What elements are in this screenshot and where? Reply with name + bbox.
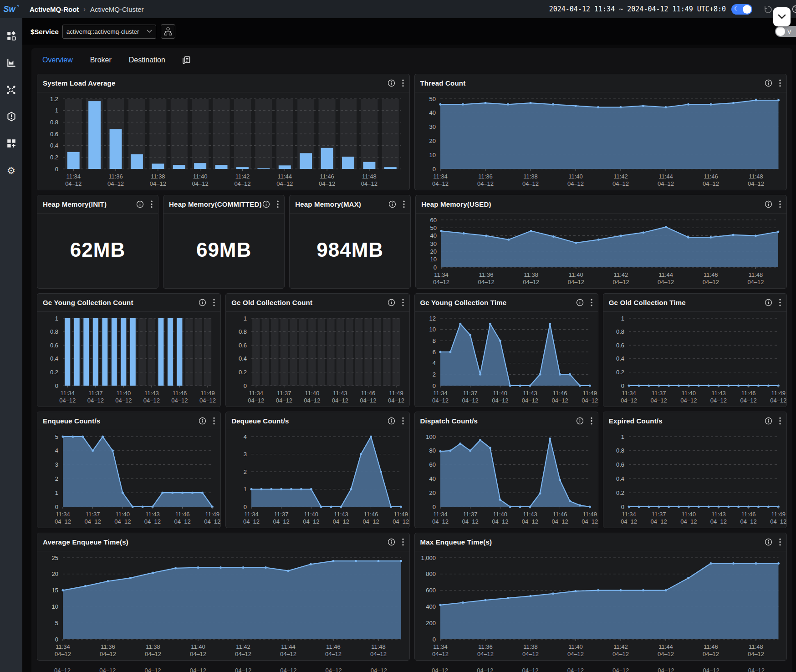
chart-title: Expired Count/s xyxy=(609,417,663,425)
copy-dashboard-icon[interactable] xyxy=(183,56,190,64)
svg-text:11:40: 11:40 xyxy=(304,511,319,518)
collapse-header-button[interactable] xyxy=(773,7,791,26)
dark-mode-toggle[interactable]: ☾ xyxy=(731,4,752,15)
sidebar-item-settings[interactable]: ⚙ xyxy=(5,164,17,176)
tab-broker[interactable]: Broker xyxy=(90,56,112,64)
sidebar-item-new-dashboard[interactable] xyxy=(5,137,17,149)
refresh-icon[interactable] xyxy=(764,5,772,15)
chart-area[interactable]: 02040608010011:3404–1211:3704–1211:4004–… xyxy=(415,430,598,528)
info-icon[interactable] xyxy=(765,79,772,87)
more-menu-icon[interactable] xyxy=(402,417,404,425)
more-menu-icon[interactable] xyxy=(591,299,592,306)
svg-text:04–12: 04–12 xyxy=(521,518,538,525)
sidebar-item-marketplace[interactable] xyxy=(5,57,17,69)
more-menu-icon[interactable] xyxy=(779,299,781,306)
stat-area: 69MB xyxy=(163,214,284,288)
chart-title: Gc Young Collection Count xyxy=(43,299,133,306)
info-icon[interactable] xyxy=(388,200,396,208)
card-gc-young-collection-count: Gc Young Collection Count 00.20.40.60.81… xyxy=(37,293,221,407)
more-menu-icon[interactable] xyxy=(779,79,781,87)
card-header: Gc Young Collection Time xyxy=(415,294,598,312)
chart-area[interactable]: 0102030405011:3404–1211:3604–1211:3804–1… xyxy=(415,92,787,190)
more-menu-icon[interactable] xyxy=(402,299,404,306)
tab-destination[interactable]: Destination xyxy=(129,56,165,64)
svg-text:04–12: 04–12 xyxy=(740,518,756,525)
chart-area[interactable]: 00.20.40.60.8111:3404–1211:3704–1211:400… xyxy=(226,312,409,407)
more-menu-icon[interactable] xyxy=(277,200,279,208)
chart-area[interactable]: 051015202511:3404–1211:3604–1211:3804–12… xyxy=(37,551,409,660)
topbar-controls: 2024-04-12 11:34 ~ 2024-04-12 11:49 UTC+… xyxy=(549,4,796,15)
info-icon[interactable] xyxy=(388,538,395,546)
chart-area[interactable]: 00.20.40.60.8111:3404–1211:3704–1211:400… xyxy=(603,312,786,407)
info-icon[interactable] xyxy=(765,299,772,306)
cutoff-axis-labels: 04–1204–1204–1204–1204–1204–1204–1204–12 xyxy=(37,665,410,672)
chart-area[interactable]: 01234511:3404–1211:3704–1211:4004–1211:4… xyxy=(37,430,220,528)
more-menu-icon[interactable] xyxy=(402,79,404,87)
card-header: Gc Young Collection Count xyxy=(37,294,220,312)
svg-text:04–12: 04–12 xyxy=(280,667,296,672)
dashboard-content: Overview Broker Destination System Load … xyxy=(22,45,796,672)
chart-area[interactable]: 0123411:3404–1211:3704–1211:4004–1211:43… xyxy=(226,430,409,528)
version-toggle[interactable]: V xyxy=(775,26,796,37)
info-icon[interactable] xyxy=(388,79,395,87)
info-icon[interactable] xyxy=(136,200,144,208)
svg-text:04–12: 04–12 xyxy=(190,651,206,657)
svg-text:40: 40 xyxy=(429,109,435,116)
info-icon[interactable] xyxy=(199,299,206,306)
svg-text:11:43: 11:43 xyxy=(333,390,347,397)
info-icon[interactable] xyxy=(792,5,796,15)
chart-area[interactable]: 00.20.40.60.811.211:3404–1211:3604–1211:… xyxy=(37,92,409,190)
svg-text:8: 8 xyxy=(432,337,435,344)
svg-text:04–12: 04–12 xyxy=(371,667,387,672)
more-menu-icon[interactable] xyxy=(213,299,215,306)
sidebar-item-alerting[interactable] xyxy=(5,111,17,122)
more-menu-icon[interactable] xyxy=(151,200,153,208)
chart-area[interactable]: 00.20.40.60.8111:3404–1211:3704–1211:400… xyxy=(37,312,220,407)
service-label: $Service xyxy=(31,28,59,36)
info-icon[interactable] xyxy=(262,200,270,208)
tab-overview[interactable]: Overview xyxy=(42,56,73,64)
chart-area[interactable]: 00.20.40.60.8111:3404–1211:3704–1211:400… xyxy=(603,430,786,528)
topology-button[interactable] xyxy=(161,24,175,39)
svg-text:11:34: 11:34 xyxy=(249,390,264,397)
chart-area[interactable]: 02004006008001,00011:3404–1211:3604–1211… xyxy=(415,551,787,660)
info-icon[interactable] xyxy=(765,417,772,425)
breadcrumb-root[interactable]: ActiveMQ-Root xyxy=(30,5,79,13)
time-range-picker[interactable]: 2024-04-12 11:34 ~ 2024-04-12 11:49 UTC+… xyxy=(549,5,726,13)
more-menu-icon[interactable] xyxy=(779,417,781,425)
more-menu-icon[interactable] xyxy=(779,538,781,546)
more-menu-icon[interactable] xyxy=(402,538,404,546)
service-select[interactable]: activemq::activemq-cluster xyxy=(62,25,156,39)
info-icon[interactable] xyxy=(199,417,206,425)
svg-text:50: 50 xyxy=(429,96,435,102)
top-bar: Sw ActiveMQ-Root › ActiveMQ-Cluster 2024… xyxy=(0,0,796,18)
svg-text:04–12: 04–12 xyxy=(567,651,583,657)
app-logo[interactable]: Sw xyxy=(0,5,22,14)
card-heap-memory-init: Heap Memory(INIT) 62MB xyxy=(37,195,158,289)
chart-area[interactable]: 010203040506011:3404–1211:3604–1211:3804… xyxy=(416,214,786,288)
svg-text:0.8: 0.8 xyxy=(50,328,58,335)
svg-text:04–12: 04–12 xyxy=(703,667,719,672)
svg-text:04–12: 04–12 xyxy=(361,180,378,187)
info-icon[interactable] xyxy=(765,538,772,546)
chart-area[interactable]: 02468101211:3404–1211:3704–1211:4004–121… xyxy=(415,312,598,407)
svg-text:11:37: 11:37 xyxy=(88,390,103,397)
toggle-knob xyxy=(743,5,751,14)
info-icon[interactable] xyxy=(576,299,584,306)
chart-title: Gc Young Collection Time xyxy=(420,299,507,306)
more-menu-icon[interactable] xyxy=(403,200,405,208)
more-menu-icon[interactable] xyxy=(779,200,781,208)
info-icon[interactable] xyxy=(576,417,584,425)
svg-text:11:38: 11:38 xyxy=(146,643,160,650)
sidebar-item-topology[interactable] xyxy=(5,84,17,96)
svg-text:11:49: 11:49 xyxy=(771,390,786,397)
info-icon[interactable] xyxy=(765,200,772,208)
sidebar-item-dashboards[interactable] xyxy=(5,30,17,42)
info-icon[interactable] xyxy=(388,299,395,306)
svg-text:04–12: 04–12 xyxy=(680,397,697,404)
svg-text:25: 25 xyxy=(52,555,58,561)
more-menu-icon[interactable] xyxy=(213,417,215,425)
info-icon[interactable] xyxy=(388,417,395,425)
more-menu-icon[interactable] xyxy=(591,417,592,425)
svg-text:04–12: 04–12 xyxy=(150,180,166,187)
